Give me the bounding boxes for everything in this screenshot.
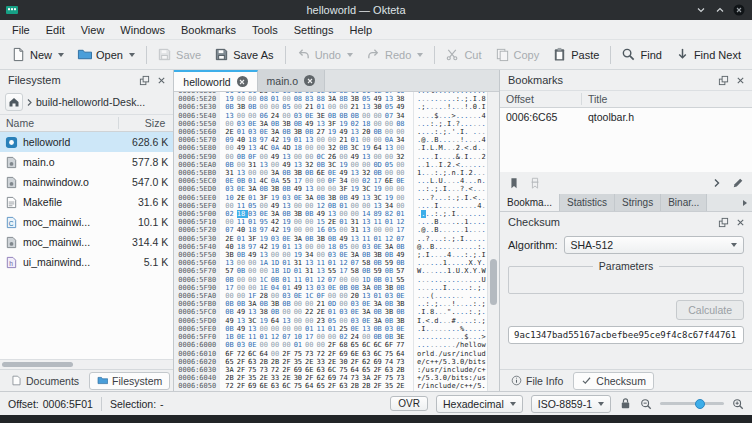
hex-char-cells[interactable]: W......1.U.X.Y.W bbox=[413, 267, 487, 275]
float-panel-icon[interactable] bbox=[717, 216, 730, 229]
char-coding-select[interactable]: ISO-8859-1 bbox=[531, 395, 611, 413]
hex-char-cells[interactable]: ....I....&.I...2 bbox=[413, 153, 487, 161]
save-as-button[interactable]: Save As bbox=[208, 44, 279, 65]
file-row[interactable]: mainwindow.o547.0 K bbox=[0, 172, 173, 192]
tab-file-info[interactable]: File Info bbox=[503, 372, 571, 390]
hex-char-cells[interactable]: ....:.;.'.I. ... bbox=[413, 128, 487, 136]
file-row[interactable]: helloworld628.6 K bbox=[0, 132, 173, 152]
save-button[interactable]: Save bbox=[151, 44, 207, 65]
menu-edit[interactable]: Edit bbox=[38, 22, 73, 38]
overwrite-mode-toggle[interactable]: OVR bbox=[390, 396, 428, 411]
hex-byte-cells[interactable]: 00030E3A0B3B0B49133F190218000008 bbox=[220, 120, 413, 128]
file-row[interactable]: Cmoc_mainwi...10.1 K bbox=[0, 212, 173, 232]
delete-bookmark-button[interactable] bbox=[526, 175, 544, 191]
hex-byte-cells[interactable]: 2B2F352E332E302F626974733A2F7573 bbox=[220, 374, 413, 382]
hex-char-cells[interactable]: 1...:.;.n.I.2... bbox=[413, 169, 487, 177]
tab-filesystem[interactable]: Filesystem bbox=[89, 372, 170, 390]
hex-char-cells[interactable]: .I.L.M...2.<.d.. bbox=[413, 144, 487, 152]
menu-tools[interactable]: Tools bbox=[244, 22, 286, 38]
hex-char-cells[interactable]: ;.I....4...:.;.I bbox=[413, 251, 487, 259]
close-panel-icon[interactable] bbox=[734, 74, 747, 87]
slider-handle[interactable] bbox=[695, 399, 705, 409]
goto-bookmark-button[interactable] bbox=[708, 175, 726, 191]
float-panel-icon[interactable] bbox=[717, 74, 730, 87]
vertical-scrollbar[interactable] bbox=[487, 92, 499, 391]
hex-byte-cells[interactable]: 2E013F19030E3A0B3B0B491311011207 bbox=[220, 235, 413, 243]
menu-settings[interactable]: Settings bbox=[286, 22, 342, 38]
hex-char-cells[interactable]: .@..B.....!....4 bbox=[413, 136, 487, 144]
tab-helloworld[interactable]: helloworld bbox=[174, 70, 257, 91]
close-button[interactable] bbox=[732, 3, 746, 17]
zoom-slider[interactable] bbox=[660, 397, 724, 411]
menu-view[interactable]: View bbox=[73, 22, 113, 38]
hex-char-cells[interactable]: ..:.;...!....:.; bbox=[413, 300, 487, 308]
hex-char-cells[interactable]: ...:.;.I.?...... bbox=[413, 120, 487, 128]
rename-bookmark-button[interactable] bbox=[729, 175, 747, 191]
column-header-offset[interactable]: Offset bbox=[500, 93, 582, 105]
hex-char-cells[interactable]: ....$...>......4 bbox=[413, 112, 487, 120]
find-button[interactable]: Find bbox=[615, 44, 667, 65]
hex-byte-cells[interactable]: 030E3A0B3B0B491300003F193C190000 bbox=[220, 185, 413, 193]
hex-byte-cells[interactable]: 311300003A0B3B0B6E0E4913320B0000 bbox=[220, 169, 413, 177]
hex-char-cells[interactable]: ..1..I.2.<...... bbox=[413, 161, 487, 169]
hex-byte-cells[interactable]: 401897421901130000180500030E3A0B bbox=[220, 243, 413, 251]
close-tab-icon[interactable] bbox=[237, 76, 248, 87]
tab-checksum[interactable]: Checksum bbox=[573, 372, 654, 390]
file-row[interactable]: Makefile31.6 K bbox=[0, 192, 173, 212]
hex-byte-cells[interactable]: 0218030E3A0B3B0B4913000014898201 bbox=[220, 210, 413, 218]
close-panel-icon[interactable] bbox=[155, 74, 168, 87]
hex-byte-cells[interactable]: 0B4913380B0000222E01030E3A0B3B0B bbox=[220, 308, 413, 316]
tab-scroll-right-button[interactable] bbox=[738, 194, 752, 211]
checksum-result-field[interactable]: 9ac1347bad55167acbefbee95ce9f4c8c67f4476… bbox=[508, 326, 744, 344]
hex-byte-cells[interactable]: 130000062400030E3E0B0B0B00000734 bbox=[220, 112, 413, 120]
add-bookmark-button[interactable] bbox=[505, 175, 523, 191]
hex-byte-cells[interactable]: 722F696E636C7564652F632B2B2F352E bbox=[220, 382, 413, 390]
hex-char-cells[interactable]: ...?...:.;.I.<.. bbox=[413, 194, 487, 202]
tab-binary-tool[interactable]: Binar... bbox=[661, 194, 707, 211]
file-row[interactable]: hui_mainwind...5.1 K bbox=[0, 252, 173, 272]
tab-documents[interactable]: Documents bbox=[3, 372, 87, 390]
hex-char-cells[interactable]: e/c++/5.3.0/bits bbox=[413, 358, 487, 366]
hex-char-cells[interactable]: :/usr/include/c+ bbox=[413, 366, 487, 374]
hex-rows[interactable]: 0006:5E10011101250E130B030E1B0E110112071… bbox=[174, 92, 487, 391]
hex-byte-cells[interactable]: 0011050049130000120B010000133400 bbox=[220, 202, 413, 210]
value-coding-select[interactable]: Hexadecimal bbox=[436, 395, 523, 413]
hex-byte-cells[interactable]: 1700001E04014913030E0B0B3A0B3B0B bbox=[220, 284, 413, 292]
hex-char-cells[interactable]: ...............U bbox=[413, 276, 487, 284]
hex-char-cells[interactable]: ..?...:.;.I..... bbox=[413, 235, 487, 243]
paste-button[interactable]: Paste bbox=[546, 44, 605, 65]
hex-byte-cells[interactable]: 00001F2800030E1C0F0000201301030E bbox=[220, 292, 413, 300]
hex-byte-cells[interactable]: 3A2F7573722F696E636C7564652F632B bbox=[220, 366, 413, 374]
maximize-button[interactable] bbox=[713, 3, 727, 17]
close-panel-icon[interactable] bbox=[734, 216, 747, 229]
hex-char-cells[interactable]: ...(....... .... bbox=[413, 292, 487, 300]
undo-button[interactable]: Undo bbox=[290, 44, 359, 65]
hex-byte-cells[interactable]: 652F632B2B2F352E332E302F62697473 bbox=[220, 358, 413, 366]
scrollbar-thumb[interactable] bbox=[490, 259, 497, 305]
open-button[interactable]: Open bbox=[71, 44, 141, 65]
hex-char-cells[interactable]: .@..B......1.... bbox=[413, 226, 487, 234]
hex-byte-cells[interactable]: 0B003113004913320B3C1900000D0500 bbox=[220, 161, 413, 169]
hex-byte-cells[interactable]: 0E0B014C0A551700000F340002176E0E bbox=[220, 177, 413, 185]
calculate-button[interactable]: Calculate bbox=[676, 300, 744, 320]
file-row[interactable]: moc_mainwi...314.4 K bbox=[0, 232, 173, 252]
hex-byte-cells[interactable]: 1300001A1D01311311011207580B590B bbox=[220, 259, 413, 267]
tab-strings-tool[interactable]: Strings bbox=[615, 194, 661, 211]
zoom-out-icon[interactable] bbox=[640, 398, 652, 410]
hex-char-cells[interactable]: ......I.....:.;. bbox=[413, 284, 487, 292]
hex-char-cells[interactable]: ....B......1.... bbox=[413, 218, 487, 226]
minimize-button[interactable] bbox=[694, 3, 708, 17]
hex-char-cells[interactable]: ...........$...> bbox=[413, 333, 487, 341]
menu-windows[interactable]: Windows bbox=[112, 22, 173, 38]
hex-byte-cells[interactable]: 1900000801000883883A8B3B05491338 bbox=[220, 95, 413, 103]
hex-byte-cells[interactable]: 07401897421900001605003113000017 bbox=[220, 226, 413, 234]
file-row[interactable]: main.o577.8 K bbox=[0, 152, 173, 172]
hex-char-cells[interactable]: I.<.d...#....:.; bbox=[413, 317, 487, 325]
hex-char-cells[interactable]: ...L.U....4...n. bbox=[413, 177, 487, 185]
hex-byte-cells[interactable]: 0B3B0B00000500210100002113300549 bbox=[220, 103, 413, 111]
horizontal-scrollbar[interactable] bbox=[0, 359, 173, 369]
hex-char-cells[interactable]: r/include/c++/5. bbox=[413, 382, 487, 390]
write-lock-icon[interactable] bbox=[619, 397, 632, 410]
bookmark-row[interactable]: 0006:6C65 qtoolbar.h bbox=[500, 108, 752, 126]
close-tab-icon[interactable] bbox=[304, 75, 315, 86]
